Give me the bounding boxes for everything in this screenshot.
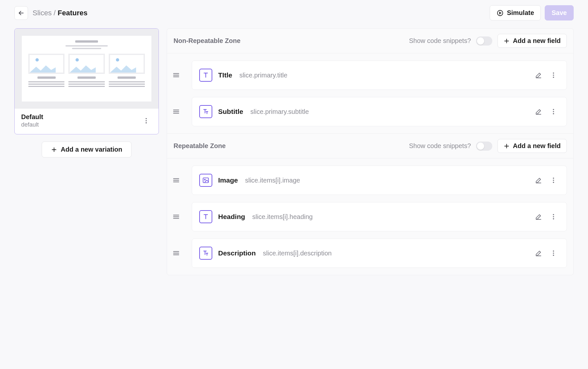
field-card-description: Description slice.items[i].description: [192, 239, 567, 268]
svg-point-18: [553, 251, 554, 252]
drag-handle[interactable]: [167, 249, 185, 257]
variation-preview: [15, 29, 159, 109]
snippets-label: Show code snippets?: [409, 37, 471, 45]
zones-column: Non-Repeatable Zone Show code snippets? …: [167, 28, 574, 275]
field-name: TItle: [218, 71, 232, 79]
non-repeatable-header: Non-Repeatable Zone Show code snippets? …: [167, 29, 573, 53]
more-vertical-icon: [550, 250, 557, 257]
field-row: Description slice.items[i].description: [167, 239, 567, 268]
more-vertical-icon: [550, 108, 557, 115]
drag-handle[interactable]: [167, 108, 185, 116]
svg-point-20: [553, 255, 554, 256]
arrow-left-icon: [18, 9, 25, 17]
edit-field-button[interactable]: [533, 174, 544, 186]
variation-name: Default: [21, 113, 43, 121]
breadcrumb-root[interactable]: Slices: [33, 9, 52, 17]
svg-point-3: [146, 122, 147, 124]
field-menu-button[interactable]: [548, 106, 559, 117]
field-name: Subtitle: [218, 108, 243, 116]
snippets-label: Show code snippets?: [409, 142, 471, 150]
breadcrumb-current: Features: [58, 9, 88, 17]
header-left: Slices / Features: [14, 6, 88, 20]
main-layout: Default default Add a new variation Non-…: [14, 28, 574, 275]
field-row: Image slice.items[i].image: [167, 166, 567, 195]
pencil-icon: [535, 213, 542, 220]
field-menu-button[interactable]: [548, 69, 559, 81]
back-button[interactable]: [14, 6, 28, 20]
title-type-icon: [199, 69, 212, 82]
plus-icon: [504, 143, 510, 149]
play-circle-icon: [497, 9, 504, 17]
pencil-icon: [535, 177, 542, 184]
svg-point-17: [553, 218, 554, 220]
drag-handle-icon: [172, 108, 180, 116]
title-type-icon: [199, 210, 212, 223]
field-card-image: Image slice.items[i].image: [192, 166, 567, 195]
drag-handle-icon: [172, 71, 180, 79]
repeatable-header: Repeatable Zone Show code snippets? Add …: [167, 133, 573, 158]
svg-point-13: [553, 180, 554, 181]
drag-handle[interactable]: [167, 71, 185, 79]
pencil-icon: [535, 250, 542, 257]
field-api: slice.items[i].heading: [252, 213, 313, 221]
richtext-type-icon: [199, 247, 212, 260]
save-label: Save: [552, 9, 567, 17]
simulate-label: Simulate: [507, 9, 534, 17]
edit-field-button[interactable]: [533, 106, 544, 117]
variation-card[interactable]: Default default: [14, 28, 159, 134]
repeatable-title: Repeatable Zone: [174, 142, 226, 150]
repeatable-fields: Image slice.items[i].image Heading slic: [167, 158, 573, 275]
image-type-icon: [199, 174, 212, 187]
field-menu-button[interactable]: [548, 174, 559, 186]
add-variation-label: Add a new variation: [61, 146, 122, 153]
page-header: Slices / Features Simulate Save: [14, 5, 574, 20]
edit-field-button[interactable]: [533, 69, 544, 81]
more-vertical-icon: [550, 72, 557, 79]
svg-point-7: [553, 109, 554, 110]
edit-field-button[interactable]: [533, 247, 544, 259]
add-field-button-nonrepeatable[interactable]: Add a new field: [497, 34, 567, 48]
field-name: Image: [218, 176, 238, 184]
field-row: Heading slice.items[i].heading: [167, 202, 567, 231]
header-actions: Simulate Save: [490, 5, 574, 20]
svg-point-16: [553, 216, 554, 217]
svg-rect-10: [203, 178, 209, 183]
more-vertical-icon: [143, 117, 150, 124]
field-api: slice.primary.subtitle: [250, 108, 309, 116]
richtext-type-icon: [199, 105, 212, 118]
more-vertical-icon: [550, 213, 557, 220]
variation-footer: Default default: [15, 109, 159, 134]
non-repeatable-fields: TItle slice.primary.title Subtitle slic: [167, 53, 573, 133]
field-row: Subtitle slice.primary.subtitle: [167, 97, 567, 126]
variation-id: default: [21, 121, 43, 128]
field-card-title: TItle slice.primary.title: [192, 61, 567, 90]
svg-point-2: [146, 120, 147, 121]
plus-icon: [504, 38, 510, 44]
field-card-subtitle: Subtitle slice.primary.subtitle: [192, 97, 567, 126]
add-field-button-repeatable[interactable]: Add a new field: [497, 139, 567, 153]
variation-menu-button[interactable]: [140, 115, 152, 127]
field-menu-button[interactable]: [548, 211, 559, 223]
field-name: Heading: [218, 213, 245, 221]
svg-point-19: [553, 253, 554, 254]
field-api: slice.items[i].description: [263, 250, 332, 257]
svg-point-15: [553, 214, 554, 215]
simulate-button[interactable]: Simulate: [490, 5, 541, 20]
pencil-icon: [535, 72, 542, 79]
svg-point-14: [553, 182, 554, 183]
snippets-toggle[interactable]: [476, 36, 492, 46]
add-variation-button[interactable]: Add a new variation: [42, 142, 132, 157]
pencil-icon: [535, 108, 542, 115]
field-menu-button[interactable]: [548, 247, 559, 259]
snippets-toggle[interactable]: [476, 142, 492, 151]
edit-field-button[interactable]: [533, 211, 544, 223]
save-button[interactable]: Save: [545, 5, 574, 20]
drag-handle[interactable]: [167, 176, 185, 184]
svg-point-9: [553, 113, 554, 115]
svg-point-5: [553, 75, 554, 76]
svg-point-11: [204, 179, 205, 180]
field-name: Description: [218, 249, 256, 257]
field-api: slice.items[i].image: [245, 177, 300, 184]
drag-handle[interactable]: [167, 213, 185, 221]
breadcrumb: Slices / Features: [33, 9, 88, 17]
